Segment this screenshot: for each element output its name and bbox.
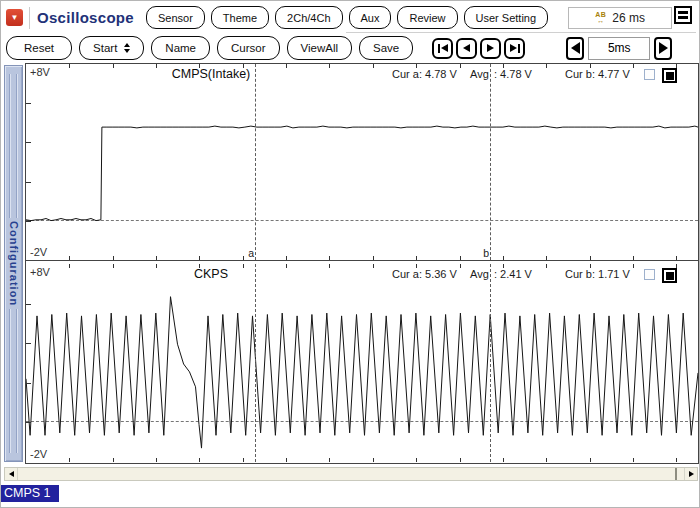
grid-tick xyxy=(113,458,114,462)
avg-measurement: : 2.41 V xyxy=(494,268,532,280)
grid-tick xyxy=(69,264,70,268)
list-menu-icon[interactable] xyxy=(674,6,692,24)
grid-tick xyxy=(286,256,287,260)
grid-tick xyxy=(156,264,157,268)
grid-tick xyxy=(373,64,374,68)
configuration-sidebar-tab[interactable]: Configuration xyxy=(4,65,23,462)
grid-tick xyxy=(416,256,417,260)
channel-count-button[interactable]: 2Ch/4Ch xyxy=(275,6,342,29)
voltage-top-label: +8V xyxy=(30,266,50,278)
grid-tick xyxy=(286,458,287,462)
grid-tick xyxy=(329,256,330,260)
grid-tick xyxy=(26,182,31,183)
grid-tick xyxy=(113,64,114,68)
start-button[interactable]: Start xyxy=(79,36,144,60)
grid-tick xyxy=(26,383,31,384)
save-button[interactable]: Save xyxy=(359,36,413,60)
grid-tick xyxy=(373,264,374,268)
cursor-a-line[interactable] xyxy=(255,264,256,462)
app-menu-button[interactable]: ▼ xyxy=(6,9,23,26)
grid-tick xyxy=(633,256,634,260)
grid-tick xyxy=(243,64,244,68)
grid-tick xyxy=(633,264,634,268)
timebase-increase-button[interactable] xyxy=(654,37,672,60)
grid-tick xyxy=(546,264,547,268)
grid-tick xyxy=(503,256,504,260)
scope-area: +8V -2V CMPS(Intake) Cur a: 4.78 V Avg :… xyxy=(25,63,699,464)
scrollbar-thumb-edge xyxy=(675,468,677,480)
prev-triangle-icon xyxy=(441,44,448,52)
aux-button[interactable]: Aux xyxy=(349,6,392,29)
horizontal-scrollbar[interactable] xyxy=(4,467,698,481)
voltage-top-label: +8V xyxy=(30,66,50,78)
dropdown-arrow-icon: ▼ xyxy=(11,13,19,22)
cursor-button[interactable]: Cursor xyxy=(217,36,280,60)
grid-tick xyxy=(69,458,70,462)
grid-tick xyxy=(590,256,591,260)
viewall-button[interactable]: ViewAll xyxy=(287,36,353,60)
step-forward-button[interactable] xyxy=(480,38,501,59)
grid-tick xyxy=(243,264,244,268)
channel-1-active-box[interactable] xyxy=(662,68,677,83)
channel-1-checkbox[interactable] xyxy=(644,69,655,80)
grid-tick xyxy=(243,458,244,462)
grid-tick xyxy=(26,422,31,423)
grid-tick xyxy=(243,256,244,260)
grid-tick xyxy=(329,64,330,68)
toolbar-secondary: Reset Start Name Cursor ViewAll Save 5ms xyxy=(6,34,672,62)
cursor-a-line[interactable] xyxy=(255,64,256,260)
voltage-bottom-label: -2V xyxy=(30,448,47,460)
timebase-value: 5ms xyxy=(588,37,650,60)
grid-tick xyxy=(416,64,417,68)
cursor-b-line[interactable] xyxy=(490,264,491,462)
ab-cursor-icon: AB ↔ xyxy=(595,11,606,24)
cursor-b-line[interactable] xyxy=(490,64,491,260)
grid-tick xyxy=(546,256,547,260)
skip-start-button[interactable] xyxy=(432,38,453,59)
grid-tick xyxy=(156,64,157,68)
review-button[interactable]: Review xyxy=(397,6,457,29)
scroll-right-button[interactable] xyxy=(684,468,697,480)
oscilloscope-window: ▼ Oscilloscope Sensor Theme 2Ch/4Ch Aux … xyxy=(0,0,700,508)
voltage-bottom-label: -2V xyxy=(30,246,47,258)
grid-tick xyxy=(199,64,200,68)
name-button[interactable]: Name xyxy=(151,36,210,60)
grid-tick xyxy=(460,64,461,68)
grid-tick xyxy=(26,221,31,222)
grid-tick xyxy=(676,64,677,68)
channel-2-checkbox[interactable] xyxy=(644,269,655,280)
grid-tick xyxy=(503,264,504,268)
avg-label: Avg xyxy=(470,68,489,80)
scroll-left-button[interactable] xyxy=(5,468,18,480)
grid-tick xyxy=(416,458,417,462)
status-channel-label: CMPS 1 xyxy=(1,485,59,502)
grid-tick xyxy=(373,256,374,260)
theme-button[interactable]: Theme xyxy=(211,6,269,29)
timebase-decrease-button[interactable] xyxy=(566,37,584,60)
grid-tick xyxy=(199,264,200,268)
cursor-a-measurement: Cur a: 4.78 V xyxy=(392,68,457,80)
grid-tick xyxy=(26,304,31,305)
cursor-a-measurement: Cur a: 5.36 V xyxy=(392,268,457,280)
cursor-a-tag: a xyxy=(248,247,254,259)
spinner-icon xyxy=(124,43,130,53)
grid-tick xyxy=(156,458,157,462)
grid-tick xyxy=(26,103,31,104)
skip-end-button[interactable] xyxy=(504,38,525,59)
sensor-button[interactable]: Sensor xyxy=(146,6,205,29)
reset-button[interactable]: Reset xyxy=(6,36,72,60)
bar-icon xyxy=(438,44,440,53)
grid-tick xyxy=(156,256,157,260)
channel-1-title: CMPS(Intake) xyxy=(136,67,286,81)
user-setting-button[interactable]: User Setting xyxy=(464,6,549,29)
grid-tick xyxy=(460,458,461,462)
playback-controls xyxy=(432,38,528,59)
grid-tick xyxy=(590,264,591,268)
channel-1-panel: +8V -2V CMPS(Intake) Cur a: 4.78 V Avg :… xyxy=(26,64,698,261)
channel-2-active-box[interactable] xyxy=(662,268,677,283)
filled-square-icon xyxy=(666,72,674,80)
step-back-button[interactable] xyxy=(456,38,477,59)
grid-tick xyxy=(373,458,374,462)
cursor-time-display: AB ↔ 26 ms xyxy=(568,7,672,29)
channel-2-waveform xyxy=(26,264,698,462)
